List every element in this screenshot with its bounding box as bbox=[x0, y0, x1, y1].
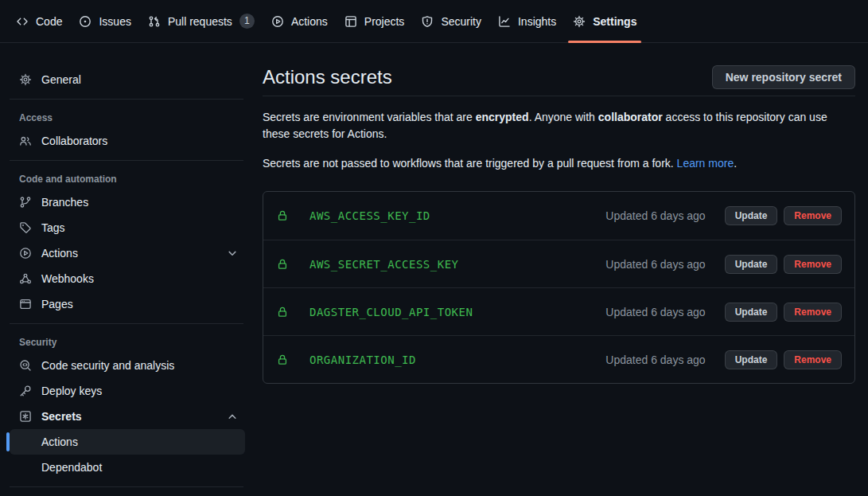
sidebar-item-label: General bbox=[41, 73, 81, 86]
sidebar-item-label: Secrets bbox=[41, 410, 82, 423]
sidebar-item-label: Actions bbox=[41, 247, 78, 260]
tab-label: Security bbox=[441, 15, 481, 28]
sidebar-section-code-and-automation: Code and automation bbox=[10, 167, 245, 189]
gear-icon bbox=[573, 15, 586, 28]
description-paragraph-2: Secrets are not passed to workflows that… bbox=[263, 155, 855, 172]
key-icon bbox=[19, 385, 32, 397]
sidebar-divider bbox=[10, 323, 243, 324]
description-bold-encrypted: encrypted bbox=[476, 111, 529, 123]
sidebar-item-secrets[interactable]: Secrets bbox=[10, 404, 245, 429]
update-button[interactable]: Update bbox=[725, 255, 778, 274]
secret-name: DAGSTER_CLOUD_API_TOKEN bbox=[309, 306, 473, 318]
sidebar-section-access: Access bbox=[10, 106, 245, 128]
update-button[interactable]: Update bbox=[725, 303, 778, 322]
page-title: Actions secrets bbox=[263, 66, 392, 88]
updated-timestamp: Updated 6 days ago bbox=[605, 258, 705, 271]
active-tab-underline bbox=[568, 41, 641, 43]
description-text: . bbox=[734, 157, 737, 170]
sidebar-item-general[interactable]: General bbox=[10, 67, 245, 92]
sidebar-item-code-security-and-analysis[interactable]: Code security and analysis bbox=[10, 353, 245, 378]
updated-timestamp: Updated 6 days ago bbox=[605, 306, 705, 318]
browser-icon bbox=[19, 298, 32, 310]
sidebar-section-security: Security bbox=[10, 330, 245, 353]
remove-button[interactable]: Remove bbox=[784, 303, 842, 322]
lock-icon bbox=[276, 306, 289, 318]
secret-row: ORGANIZATION_ID Updated 6 days ago Updat… bbox=[263, 335, 854, 383]
learn-more-link[interactable]: Learn more bbox=[677, 157, 734, 170]
chevron-down-icon bbox=[226, 247, 239, 260]
settings-sidebar: General Access Collaborators Code and au… bbox=[0, 43, 263, 494]
update-button[interactable]: Update bbox=[725, 350, 778, 369]
tab-actions[interactable]: Actions bbox=[271, 0, 328, 42]
secret-row: AWS_SECRET_ACCESS_KEY Updated 6 days ago… bbox=[263, 240, 854, 287]
play-circle-icon bbox=[271, 15, 284, 28]
sidebar-item-label: Collaborators bbox=[41, 135, 107, 147]
codescan-icon bbox=[19, 359, 32, 372]
sidebar-item-label: Dependabot bbox=[41, 461, 102, 474]
new-repository-secret-button[interactable]: New repository secret bbox=[712, 65, 855, 89]
sidebar-item-label: Code security and analysis bbox=[41, 359, 174, 372]
sidebar-item-label: Tags bbox=[41, 221, 65, 234]
actions-secrets-panel: Actions secrets New repository secret Se… bbox=[263, 43, 868, 384]
description-paragraph-1: Secrets are environment variables that a… bbox=[263, 109, 855, 143]
sidebar-item-branches[interactable]: Branches bbox=[10, 189, 245, 215]
tab-label: Code bbox=[36, 15, 62, 28]
asterisk-box-icon bbox=[19, 410, 32, 423]
sidebar-item-label: Deploy keys bbox=[41, 385, 102, 397]
sidebar-divider bbox=[10, 486, 243, 487]
git-branch-icon bbox=[19, 196, 32, 209]
remove-button[interactable]: Remove bbox=[784, 255, 842, 274]
tab-security[interactable]: Security bbox=[421, 0, 481, 42]
sidebar-item-actions[interactable]: Actions bbox=[10, 240, 245, 266]
description-text: . Anyone with bbox=[529, 111, 598, 123]
tab-issues[interactable]: Issues bbox=[79, 0, 130, 42]
sidebar-item-secrets-actions[interactable]: Actions bbox=[10, 429, 245, 455]
sidebar-divider bbox=[10, 99, 243, 100]
secrets-list: AWS_ACCESS_KEY_ID Updated 6 days ago Upd… bbox=[263, 191, 855, 384]
tab-label: Pull requests bbox=[168, 15, 232, 28]
sidebar-item-collaborators[interactable]: Collaborators bbox=[10, 128, 245, 154]
sidebar-item-label: Branches bbox=[41, 196, 88, 209]
sidebar-item-tags[interactable]: Tags bbox=[10, 215, 245, 240]
tab-label: Issues bbox=[99, 15, 130, 28]
lock-icon bbox=[276, 353, 289, 366]
tab-label: Settings bbox=[593, 15, 636, 28]
repo-tab-nav: Code Issues Pull requests 1 Actions Proj… bbox=[0, 0, 868, 43]
table-icon bbox=[344, 15, 357, 28]
issue-opened-icon bbox=[79, 15, 91, 28]
description-text: Secrets are environment variables that a… bbox=[263, 111, 476, 123]
tab-label: Insights bbox=[518, 15, 556, 28]
lock-icon bbox=[276, 258, 289, 271]
lock-icon bbox=[276, 209, 289, 222]
sidebar-divider bbox=[10, 160, 243, 161]
active-indicator bbox=[6, 432, 10, 451]
tab-insights[interactable]: Insights bbox=[498, 0, 556, 42]
gear-icon bbox=[19, 73, 32, 86]
tag-icon bbox=[19, 221, 32, 234]
update-button[interactable]: Update bbox=[725, 206, 778, 225]
people-icon bbox=[19, 135, 32, 147]
tab-pull-requests[interactable]: Pull requests 1 bbox=[148, 0, 255, 42]
sidebar-item-label: Pages bbox=[41, 298, 73, 310]
sidebar-item-secrets-dependabot[interactable]: Dependabot bbox=[10, 455, 245, 480]
description-bold-collaborator: collaborator bbox=[598, 111, 663, 123]
secret-name: AWS_ACCESS_KEY_ID bbox=[309, 209, 430, 222]
tab-code[interactable]: Code bbox=[16, 0, 62, 42]
sidebar-item-pages[interactable]: Pages bbox=[10, 291, 245, 317]
updated-timestamp: Updated 6 days ago bbox=[605, 353, 705, 366]
secret-row: DAGSTER_CLOUD_API_TOKEN Updated 6 days a… bbox=[263, 287, 854, 335]
description-text: Secrets are not passed to workflows that… bbox=[263, 157, 677, 170]
tab-projects[interactable]: Projects bbox=[344, 0, 405, 42]
remove-button[interactable]: Remove bbox=[784, 206, 842, 225]
sidebar-item-deploy-keys[interactable]: Deploy keys bbox=[10, 378, 245, 404]
secrets-description: Secrets are environment variables that a… bbox=[263, 109, 855, 172]
chevron-up-icon bbox=[226, 410, 239, 423]
sidebar-item-webhooks[interactable]: Webhooks bbox=[10, 266, 245, 291]
remove-button[interactable]: Remove bbox=[784, 350, 842, 369]
tab-label: Actions bbox=[291, 15, 328, 28]
sidebar-item-label: Actions bbox=[41, 435, 78, 448]
graph-icon bbox=[498, 15, 511, 28]
tab-settings[interactable]: Settings bbox=[573, 0, 636, 42]
code-icon bbox=[16, 15, 29, 28]
play-circle-icon bbox=[19, 247, 32, 260]
